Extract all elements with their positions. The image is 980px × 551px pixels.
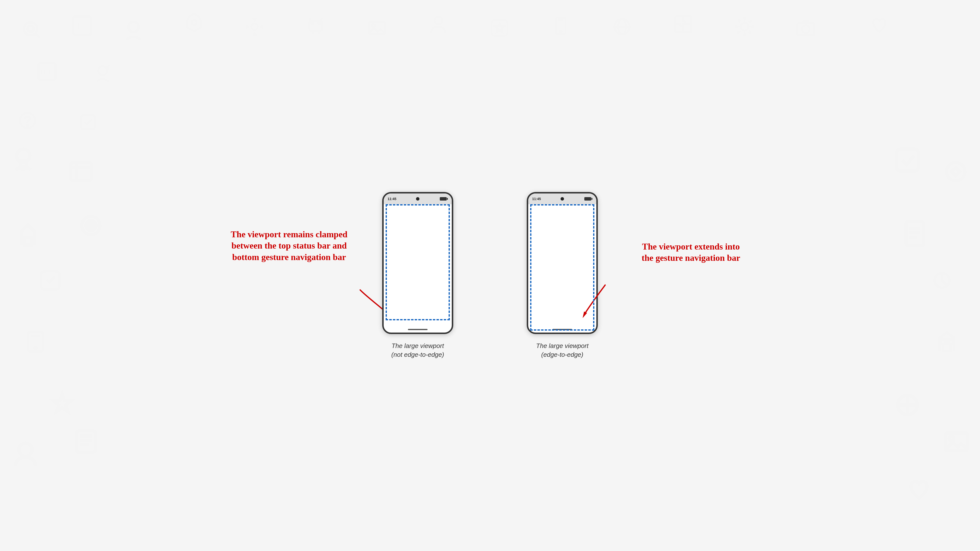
right-annotation: The viewport extends into the gesture na…: [637, 241, 745, 264]
phone-frame-left: 11:45: [382, 192, 453, 334]
left-annotation: The viewport remains clamped between the…: [230, 229, 348, 263]
left-camera: [416, 197, 420, 200]
left-phone-caption: The large viewport (not edge-to-edge): [391, 341, 444, 359]
right-viewport-indicator: [530, 204, 594, 330]
right-status-bar: 11:45: [528, 194, 596, 204]
right-camera: [560, 197, 564, 200]
left-battery-tip: [447, 198, 448, 200]
left-gesture-bar: [408, 329, 428, 330]
left-phone-group: The viewport remains clamped between the…: [382, 192, 453, 359]
left-annotation-text: The viewport remains clamped between the…: [230, 229, 348, 263]
left-viewport-indicator: [386, 204, 450, 320]
right-status-time: 11:45: [532, 197, 541, 201]
main-content: The viewport remains clamped between the…: [0, 0, 980, 551]
right-battery-body: [584, 197, 591, 200]
left-battery-body: [440, 197, 447, 200]
right-annotation-text: The viewport extends into the gesture na…: [637, 241, 745, 264]
left-status-time: 11:45: [388, 197, 396, 201]
right-phone-group: 11:45 The large viewport (edge-to-edge): [527, 192, 598, 359]
left-battery: [440, 197, 448, 200]
left-phone-section: 11:45 The large viewport (not edge-to-ed…: [382, 192, 453, 359]
left-status-bar: 11:45: [384, 194, 452, 204]
right-battery: [584, 197, 592, 200]
right-phone-caption: The large viewport (edge-to-edge): [536, 341, 589, 359]
right-battery-tip: [592, 198, 592, 200]
phone-frame-right: 11:45: [527, 192, 598, 334]
right-phone-section: 11:45 The large viewport (edge-to-edge): [527, 192, 598, 359]
